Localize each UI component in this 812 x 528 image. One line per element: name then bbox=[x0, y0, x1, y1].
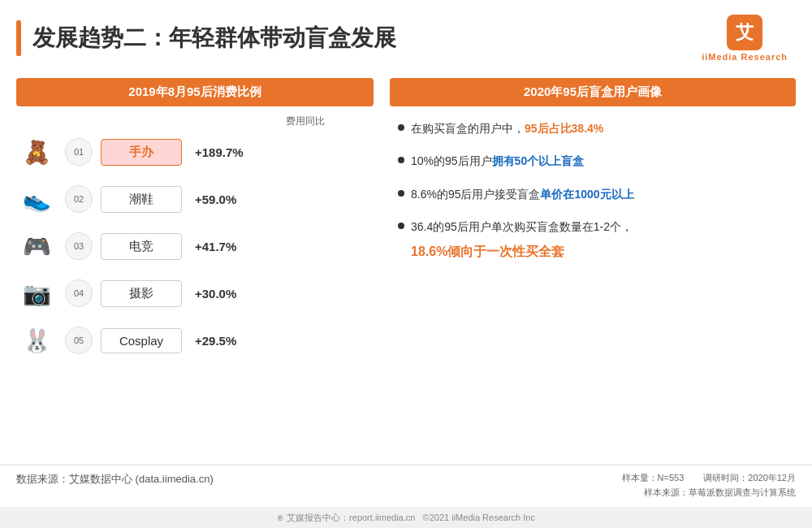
rank-bar-wrap-4: 摄影 +30.0% bbox=[101, 280, 374, 307]
footer-stats-row1: 样本量：N=553 调研时间：2020年12月 bbox=[622, 472, 796, 484]
accent-bar bbox=[16, 20, 21, 56]
rank-value-3: +41.7% bbox=[195, 240, 252, 253]
bullet-dot-4 bbox=[398, 223, 404, 229]
rank-number-3: 03 bbox=[65, 232, 93, 260]
rank-bar-3: 电竞 bbox=[101, 233, 182, 260]
footer-stats: 样本量：N=553 调研时间：2020年12月 样本来源：草莓派数据调查与计算系… bbox=[622, 472, 796, 499]
highlight-1: 95后占比38.4% bbox=[525, 122, 603, 135]
rank-number-5: 05 bbox=[65, 327, 93, 354]
rank-bar-4: 摄影 bbox=[101, 280, 182, 307]
ranking-item-4: 📷 04 摄影 +30.0% bbox=[16, 273, 374, 314]
highlight-3: 单价在1000元以上 bbox=[540, 188, 633, 201]
bullet-item-2: 10%的95后用户拥有50个以上盲盒 bbox=[398, 152, 788, 170]
bullet-list: 在购买盲盒的用户中，95后占比38.4% 10%的95后用户拥有50个以上盲盒 … bbox=[390, 119, 796, 262]
highlight-2: 拥有50个以上盲盒 bbox=[492, 154, 585, 167]
bullet-text-3: 8.6%的95后用户接受盲盒单价在1000元以上 bbox=[411, 185, 634, 203]
footer-source-text: 数据来源：艾媒数据中心 (data.iimedia.cn) bbox=[16, 473, 214, 485]
rank-icon-4: 📷 bbox=[16, 273, 57, 314]
bullet-item-1: 在购买盲盒的用户中，95后占比38.4% bbox=[398, 119, 788, 137]
rank-bar-wrap-5: Cosplay +29.5% bbox=[101, 328, 374, 353]
sample-source: 样本来源：草莓派数据调查与计算系统 bbox=[644, 487, 796, 497]
bullet-text-2: 10%的95后用户拥有50个以上盲盒 bbox=[411, 152, 584, 170]
bullet-item-4: 36.4的95后用户单次购买盲盒数量在1-2个，18.6%倾向于一次性买全套 bbox=[398, 218, 788, 262]
logo-text: iiMedia Research bbox=[702, 52, 788, 62]
bottom-bar: ⊕ 艾媒报告中心：report.iimedia.cn ©2021 iiMedia… bbox=[0, 507, 812, 528]
left-panel: 2019年8月95后消费比例 费用同比 🧸 01 手办 +189.7% 👟 02… bbox=[16, 78, 374, 361]
ranking-item-1: 🧸 01 手办 +189.7% bbox=[16, 132, 374, 172]
rank-icon-5: 🐰 bbox=[16, 320, 57, 361]
ranking-list: 🧸 01 手办 +189.7% 👟 02 潮鞋 +59.0% 🎮 03 bbox=[16, 132, 374, 361]
survey-time: 调研时间：2020年12月 bbox=[703, 472, 796, 484]
cost-label: 费用同比 bbox=[16, 115, 374, 128]
bullet-dot-3 bbox=[398, 190, 404, 197]
rank-bar-wrap-3: 电竞 +41.7% bbox=[101, 233, 374, 260]
sample-size: 样本量：N=553 bbox=[622, 472, 685, 484]
bullet-dot-1 bbox=[398, 124, 404, 131]
rank-icon-2: 👟 bbox=[16, 179, 57, 219]
rank-value-1: +189.7% bbox=[195, 145, 252, 159]
rank-bar-1: 手办 bbox=[101, 139, 182, 166]
ranking-item-5: 🐰 05 Cosplay +29.5% bbox=[16, 320, 374, 361]
bullet-item-3: 8.6%的95后用户接受盲盒单价在1000元以上 bbox=[398, 185, 788, 203]
ranking-item-2: 👟 02 潮鞋 +59.0% bbox=[16, 179, 374, 219]
footer-source: 数据来源：艾媒数据中心 (data.iimedia.cn) bbox=[16, 472, 214, 487]
rank-icon-3: 🎮 bbox=[16, 226, 57, 266]
rank-value-2: +59.0% bbox=[195, 193, 252, 206]
rank-bar-wrap-1: 手办 +189.7% bbox=[101, 139, 374, 166]
bullet-text-4: 36.4的95后用户单次购买盲盒数量在1-2个，18.6%倾向于一次性买全套 bbox=[411, 218, 633, 262]
rank-bar-2: 潮鞋 bbox=[101, 186, 182, 213]
page-title: 发展趋势二：年轻群体带动盲盒发展 bbox=[32, 23, 702, 54]
bullet-text-1: 在购买盲盒的用户中，95后占比38.4% bbox=[411, 119, 603, 137]
rank-number-4: 04 bbox=[65, 279, 93, 307]
highlight-4: 18.6%倾向于一次性买全套 bbox=[411, 241, 633, 262]
bottom-bar-text: ⊕ 艾媒报告中心：report.iimedia.cn ©2021 iiMedia… bbox=[277, 512, 535, 524]
footer: 数据来源：艾媒数据中心 (data.iimedia.cn) 样本量：N=553 … bbox=[0, 465, 812, 505]
rank-number-2: 02 bbox=[65, 185, 93, 213]
bullet-dot-2 bbox=[398, 157, 404, 163]
right-panel: 2020年95后盲盒用户画像 在购买盲盒的用户中，95后占比38.4% 10%的… bbox=[390, 78, 796, 361]
footer-stats-row2: 样本来源：草莓派数据调查与计算系统 bbox=[644, 487, 796, 499]
rank-bar-wrap-2: 潮鞋 +59.0% bbox=[101, 186, 374, 213]
logo-area: 艾 iiMedia Research bbox=[702, 15, 788, 62]
left-panel-title: 2019年8月95后消费比例 bbox=[16, 78, 374, 106]
right-panel-title: 2020年95后盲盒用户画像 bbox=[390, 78, 796, 106]
rank-number-1: 01 bbox=[65, 138, 93, 166]
ranking-item-3: 🎮 03 电竞 +41.7% bbox=[16, 226, 374, 266]
rank-value-5: +29.5% bbox=[195, 334, 252, 348]
logo-icon: 艾 bbox=[727, 15, 762, 50]
rank-icon-1: 🧸 bbox=[16, 132, 57, 172]
main-content: 2019年8月95后消费比例 费用同比 🧸 01 手办 +189.7% 👟 02… bbox=[0, 70, 812, 361]
page-header: 发展趋势二：年轻群体带动盲盒发展 艾 iiMedia Research bbox=[0, 0, 812, 70]
rank-bar-5: Cosplay bbox=[101, 328, 182, 353]
rank-value-4: +30.0% bbox=[195, 287, 252, 301]
